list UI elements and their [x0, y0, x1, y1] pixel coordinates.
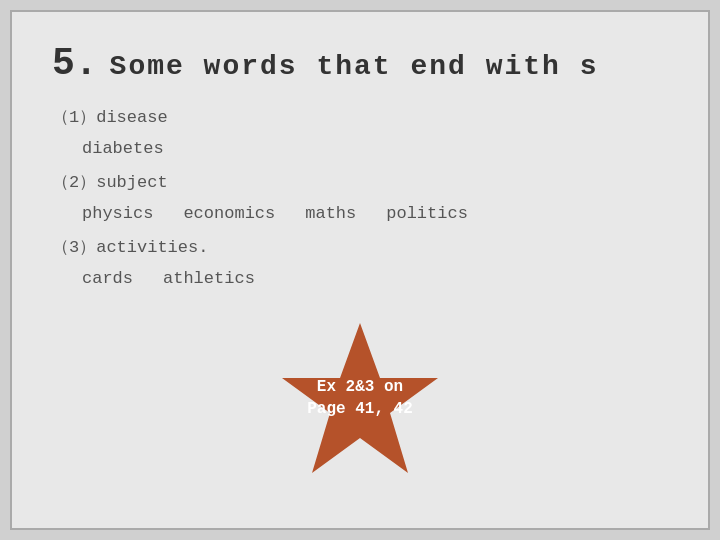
section-1-words: diabetes	[82, 134, 668, 165]
star-shape: Ex 2&3 onPage 41, 42	[280, 318, 440, 478]
section-3-label: （3）activities.	[52, 233, 668, 264]
section-2-label: （2）subject	[52, 168, 668, 199]
title-row: 5. Some words that end with s	[52, 42, 668, 85]
section-1-label: （1）disease	[52, 103, 668, 134]
title-number: 5.	[52, 42, 98, 85]
star-container: Ex 2&3 onPage 41, 42	[270, 308, 450, 488]
section-2-words: physics economics maths politics	[82, 199, 668, 230]
section-3-words: cards athletics	[82, 264, 668, 295]
title-text: Some words that end with s	[110, 51, 599, 82]
slide: 5. Some words that end with s （1）disease…	[10, 10, 710, 530]
star-label: Ex 2&3 onPage 41, 42	[307, 376, 413, 421]
content-area: （1）disease diabetes （2）subject physics e…	[52, 103, 668, 295]
